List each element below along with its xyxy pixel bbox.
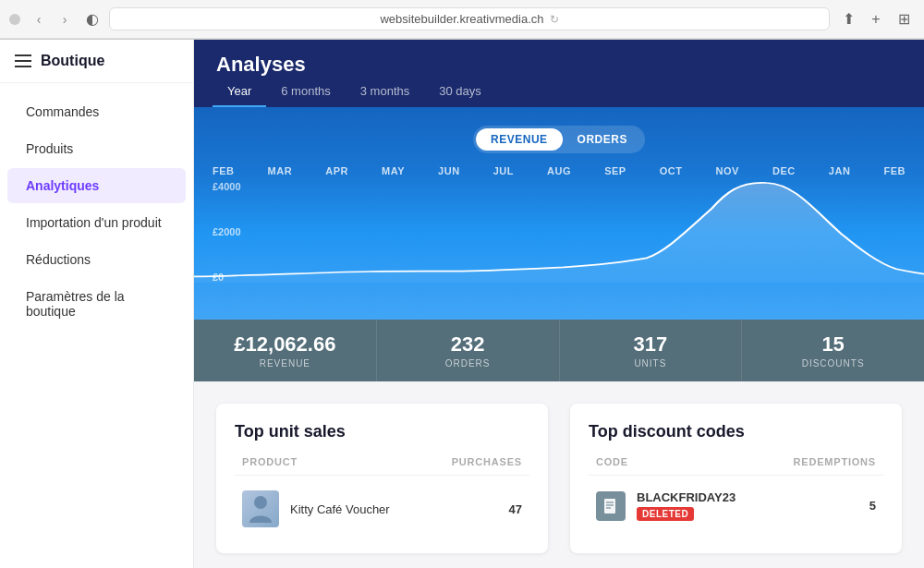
- stat-units: 317 UNITS: [560, 320, 743, 381]
- top-discount-codes-title: Top discount codes: [589, 422, 883, 441]
- stat-units-value: 317: [578, 332, 723, 357]
- sidebar-navigation: Commandes Produits Analytiques Importati…: [0, 83, 193, 340]
- browser-dot-1: [9, 14, 20, 25]
- app-container: Boutique Commandes Produits Analytiques …: [0, 40, 924, 568]
- main-content: Analyses Year 6 months 3 months 30 days …: [194, 40, 924, 568]
- hamburger-line-1: [15, 54, 31, 56]
- table-row: Kitty Café Voucher 47: [235, 483, 529, 535]
- stat-revenue-value: £12,062.66: [213, 332, 358, 357]
- document-icon: [602, 498, 619, 514]
- adjust-icon: ◐: [83, 10, 102, 29]
- product-purchases: 47: [448, 502, 522, 516]
- sidebar-item-importation[interactable]: Importation d'un produit: [7, 205, 186, 240]
- period-tabs: Year 6 months 3 months 30 days: [194, 77, 924, 107]
- svg-point-0: [254, 496, 267, 509]
- top-unit-sales-title: Top unit sales: [235, 422, 529, 441]
- tab-3months[interactable]: 3 months: [346, 77, 424, 107]
- tab-30days[interactable]: 30 days: [424, 77, 496, 107]
- discount-code-name: BLACKFRIDAY23: [637, 490, 793, 504]
- browser-dots: [9, 14, 20, 25]
- col-product: PRODUCT: [242, 456, 448, 467]
- address-bar[interactable]: websitebuilder.kreativmedia.ch ↻: [109, 7, 830, 30]
- browser-toolbar: ‹ › ◐ websitebuilder.kreativmedia.ch ↻ ⬆…: [0, 0, 924, 39]
- col-code: CODE: [596, 456, 793, 467]
- stat-revenue: £12,062.66 REVENUE: [194, 320, 377, 381]
- back-button[interactable]: ‹: [28, 8, 50, 30]
- grid-button[interactable]: ⊞: [893, 8, 915, 30]
- hamburger-menu[interactable]: [15, 54, 31, 67]
- person-icon: [248, 493, 274, 525]
- stat-discounts-label: DISCOUNTS: [760, 358, 906, 369]
- refresh-icon: ↻: [550, 13, 559, 26]
- toggle-revenue[interactable]: REVENUE: [476, 128, 563, 151]
- stat-revenue-label: REVENUE: [213, 358, 358, 369]
- unit-sales-table-header: PRODUCT PURCHASES: [235, 456, 529, 476]
- stat-orders-label: ORDERS: [395, 358, 541, 369]
- code-info: BLACKFRIDAY23 DELETED: [637, 490, 793, 521]
- top-discount-codes-card: Top discount codes CODE REDEMPTIONS: [570, 404, 902, 553]
- sidebar-item-reductions[interactable]: Réductions: [7, 242, 186, 277]
- svg-rect-1: [604, 499, 615, 514]
- chart-svg: [194, 172, 924, 283]
- discount-codes-table: CODE REDEMPTIONS: [589, 456, 883, 528]
- browser-nav: ‹ ›: [28, 8, 76, 30]
- stat-discounts: 15 DISCOUNTS: [742, 320, 924, 381]
- code-icon: [596, 491, 626, 521]
- unit-sales-table: PRODUCT PURCHASES: [235, 456, 529, 535]
- hamburger-line-2: [15, 60, 31, 62]
- forward-button[interactable]: ›: [54, 8, 76, 30]
- stat-orders-value: 232: [395, 332, 541, 357]
- chart-toggle: REVENUE ORDERS: [473, 126, 645, 153]
- discount-code-badge: DELETED: [637, 507, 694, 521]
- sidebar-item-analytiques[interactable]: Analytiques: [7, 168, 186, 203]
- stats-bar: £12,062.66 REVENUE 232 ORDERS 317 UNITS …: [194, 320, 924, 381]
- top-unit-sales-card: Top unit sales PRODUCT PURCHASES: [216, 404, 548, 553]
- stat-orders: 232 ORDERS: [377, 320, 560, 381]
- table-row: BLACKFRIDAY23 DELETED 5: [589, 483, 883, 528]
- sidebar-item-commandes[interactable]: Commandes: [7, 94, 186, 129]
- discount-table-header: CODE REDEMPTIONS: [589, 456, 883, 476]
- bottom-section: Top unit sales PRODUCT PURCHASES: [194, 381, 924, 568]
- hamburger-line-3: [15, 66, 31, 67]
- line-chart: [194, 172, 924, 283]
- sidebar-header: Boutique: [0, 40, 193, 83]
- page-title: Analyses: [216, 53, 902, 77]
- sidebar-brand: Boutique: [41, 53, 104, 69]
- code-redemptions: 5: [793, 499, 876, 513]
- sidebar-item-produits[interactable]: Produits: [7, 131, 186, 166]
- sidebar: Boutique Commandes Produits Analytiques …: [0, 40, 194, 568]
- product-image-inner: [242, 490, 279, 527]
- sidebar-item-parametres[interactable]: Paramètres de la boutique: [7, 279, 186, 329]
- url-text: websitebuilder.kreativmedia.ch: [380, 12, 543, 26]
- browser-actions: ⬆ + ⊞: [837, 8, 915, 30]
- product-image: [242, 490, 279, 527]
- toggle-orders[interactable]: ORDERS: [563, 128, 642, 151]
- chart-area: REVENUE ORDERS FEB MAR APR MAY JUN JUL A…: [194, 107, 924, 320]
- tab-year[interactable]: Year: [213, 77, 266, 107]
- stat-discounts-value: 15: [760, 332, 906, 357]
- product-name: Kitty Café Voucher: [290, 502, 448, 516]
- share-button[interactable]: ⬆: [837, 8, 859, 30]
- col-redemptions: REDEMPTIONS: [793, 456, 876, 467]
- col-purchases: PURCHASES: [448, 456, 522, 467]
- browser-chrome: ‹ › ◐ websitebuilder.kreativmedia.ch ↻ ⬆…: [0, 0, 924, 40]
- stat-units-label: UNITS: [578, 358, 723, 369]
- main-header: Analyses Year 6 months 3 months 30 days: [194, 40, 924, 107]
- new-tab-button[interactable]: +: [865, 8, 887, 30]
- tab-6months[interactable]: 6 months: [266, 77, 345, 107]
